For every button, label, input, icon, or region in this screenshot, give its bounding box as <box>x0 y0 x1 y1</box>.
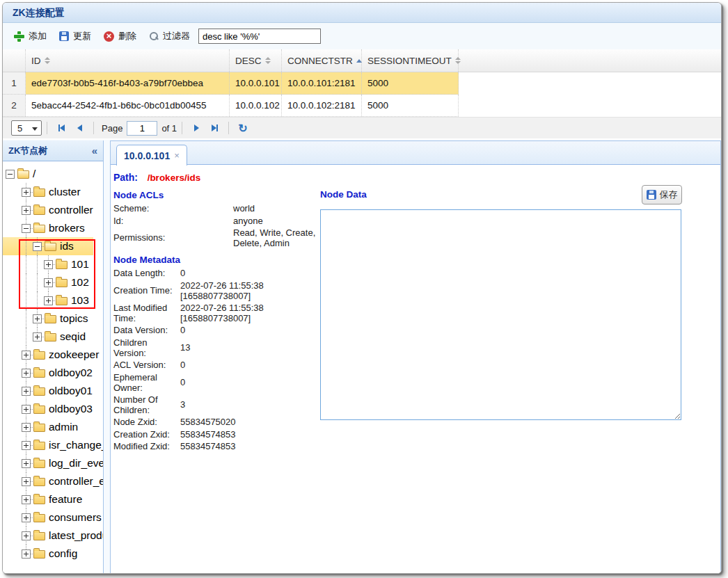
tree-node-label: consumers <box>49 511 102 524</box>
tree-node-seqid[interactable]: seqid <box>3 328 103 346</box>
tree-node-controller[interactable]: controller <box>3 201 103 219</box>
metadata-table: Data Length:0Creation Time:2022-07-26 11… <box>113 267 292 452</box>
column-header-connectstr[interactable]: CONNECTSTR <box>282 49 362 72</box>
window-title: ZK连接配置 <box>3 3 721 23</box>
add-button[interactable]: 添加 <box>10 27 51 45</box>
refresh-button[interactable]: ↻ <box>234 120 252 136</box>
folder-icon <box>45 315 56 323</box>
filter-input[interactable] <box>198 29 321 44</box>
grid-header: IDDESCCONNECTSTRSESSIONTIMEOUT <box>3 49 721 72</box>
tree-node-cluster[interactable]: cluster <box>3 183 103 201</box>
metadata-label: Creation Zxid: <box>113 428 180 440</box>
expand-icon[interactable] <box>44 260 53 269</box>
column-header-desc[interactable]: DESC <box>230 49 282 72</box>
collapse-node-icon[interactable] <box>6 170 15 179</box>
sort-asc-icon <box>356 59 362 63</box>
expand-icon[interactable] <box>22 369 31 378</box>
expand-icon[interactable] <box>22 441 31 450</box>
tree-node-controllerepoch[interactable]: controller_epoch <box>3 472 103 490</box>
tree-node-logdireventnotification[interactable]: log_dir_event_notification <box>3 454 103 472</box>
expand-icon[interactable] <box>22 531 31 540</box>
tree-node-oldboy01[interactable]: oldboy01 <box>3 382 103 400</box>
expand-icon[interactable] <box>22 188 31 197</box>
tree-node-admin[interactable]: admin <box>3 418 103 436</box>
cell-sessiontimeout: 5000 <box>362 95 459 117</box>
page-size-select[interactable]: 5 <box>11 120 42 136</box>
table-row[interactable]: 25ebacc44-2542-4fb1-b6bc-0bc01db0045510.… <box>3 95 721 117</box>
folder-icon <box>33 478 45 486</box>
delete-button[interactable]: 删除 <box>100 27 141 45</box>
expand-icon[interactable] <box>22 387 31 396</box>
row-number: 2 <box>3 95 26 117</box>
header-filler <box>459 49 721 72</box>
save-button[interactable]: 保存 <box>642 185 682 204</box>
acl-value: world <box>233 202 324 214</box>
tree-node-label: ids <box>60 240 74 252</box>
tree-node-isrchangenotification[interactable]: isr_change_notification <box>3 436 103 454</box>
expand-icon[interactable] <box>22 549 31 559</box>
first-page-button[interactable] <box>52 120 70 136</box>
page-size-value: 5 <box>17 123 22 134</box>
row-filler <box>459 95 721 117</box>
expand-icon[interactable] <box>44 278 53 287</box>
row-filler <box>459 72 721 95</box>
metadata-value: 13 <box>180 337 292 359</box>
tree-node-feature[interactable]: feature <box>3 490 103 508</box>
filter-button[interactable]: 过滤器 <box>145 27 194 45</box>
tree-node-ids[interactable]: ids <box>3 237 93 255</box>
expand-icon[interactable] <box>22 459 31 468</box>
acl-row: Permissions:Read, Write, Create, Delete,… <box>113 227 324 249</box>
update-button[interactable]: 更新 <box>55 27 95 45</box>
expand-icon[interactable] <box>22 477 31 486</box>
column-header-id[interactable]: ID <box>26 49 230 72</box>
tree-node-config[interactable]: config <box>3 545 103 563</box>
prev-page-button[interactable] <box>70 120 88 136</box>
tree-node-102[interactable]: 102 <box>3 273 103 291</box>
metadata-row: Ephemeral Owner:0 <box>113 371 292 393</box>
toolbar: 添加更新删除过滤器 <box>3 23 721 49</box>
next-page-button[interactable] <box>187 120 205 136</box>
zk-tree-panel: ZK节点树 « /clustercontrollerbrokersids1011… <box>3 141 104 573</box>
expand-icon[interactable] <box>22 513 31 522</box>
folder-icon <box>33 188 45 197</box>
connections-grid: IDDESCCONNECTSTRSESSIONTIMEOUT1ede7703f-… <box>3 49 721 117</box>
tree-node-103[interactable]: 103 <box>3 291 103 310</box>
delete-label: 删除 <box>118 30 136 42</box>
collapse-node-icon[interactable] <box>33 242 42 251</box>
page-number-input[interactable] <box>127 121 157 136</box>
tab-10.0.0.101[interactable]: 10.0.0.101 × <box>116 145 187 166</box>
tree-node-zookeeper[interactable]: zookeeper <box>3 346 103 364</box>
chevron-down-icon <box>32 127 38 131</box>
tree-node-topics[interactable]: topics <box>3 310 103 328</box>
tree-node-label: 101 <box>71 258 89 271</box>
expand-icon[interactable] <box>22 405 31 414</box>
expand-icon[interactable] <box>33 332 42 342</box>
tree-node-oldboy02[interactable]: oldboy02 <box>3 364 103 382</box>
acl-label: Permissions: <box>113 227 233 249</box>
tree-node-oldboy03[interactable]: oldboy03 <box>3 400 103 418</box>
tree-node-consumers[interactable]: consumers <box>3 508 103 527</box>
collapse-panel-icon[interactable]: « <box>92 141 97 161</box>
table-row[interactable]: 1ede7703f-b0b5-416f-b403-a79bf70ebbea10.… <box>3 72 721 95</box>
acl-label: Scheme: <box>113 202 233 214</box>
expand-icon[interactable] <box>22 423 31 432</box>
node-data-textarea[interactable] <box>320 209 681 420</box>
tree-node-latestproduceridblock[interactable]: latest_producer_id_block <box>3 527 103 545</box>
tree-node-[interactable]: / <box>3 165 103 183</box>
collapse-node-icon[interactable] <box>22 224 31 233</box>
last-page-button[interactable] <box>205 120 223 136</box>
metadata-value: 0 <box>180 359 292 371</box>
expand-icon[interactable] <box>22 495 31 504</box>
tree-node-101[interactable]: 101 <box>3 255 103 273</box>
expand-icon[interactable] <box>44 296 53 305</box>
tree-node-label: controller <box>49 204 93 216</box>
expand-icon[interactable] <box>33 314 42 323</box>
column-header-sessiontimeout[interactable]: SESSIONTIMEOUT <box>362 49 459 72</box>
tree-node-label: 102 <box>71 276 89 289</box>
expand-icon[interactable] <box>22 206 31 215</box>
expand-icon[interactable] <box>22 351 31 360</box>
tree-node-label: admin <box>49 421 78 433</box>
tab-close-icon[interactable]: × <box>174 150 180 161</box>
tree-node-brokers[interactable]: brokers <box>3 219 103 237</box>
column-label: DESC <box>235 56 262 66</box>
